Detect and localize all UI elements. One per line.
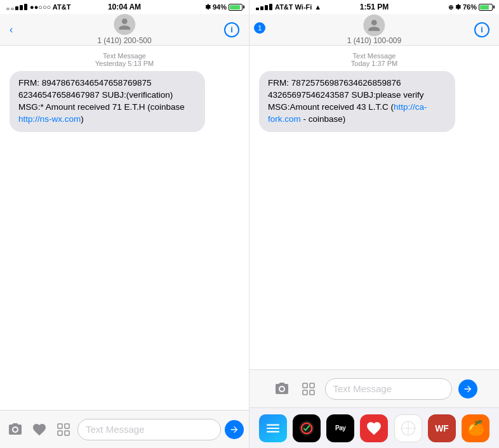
send-icon-1: [229, 425, 239, 435]
appstore-dock-icon[interactable]: [259, 414, 287, 442]
camera-icon-2: [274, 381, 289, 397]
avatar-2: [364, 15, 385, 36]
send-button-1[interactable]: [225, 420, 244, 439]
heart-icon-1: [32, 422, 47, 437]
message-bubble-2: FRM: 78725756987634626859876 43265697546…: [259, 71, 455, 132]
applepay-dock-icon[interactable]: Pay: [326, 414, 354, 442]
camera-icon-1: [8, 422, 23, 437]
bluetooth-icon-1: ✽: [205, 3, 211, 11]
status-bar-right-1: ✽ 94%: [205, 3, 243, 11]
text-input-1[interactable]: Text Message: [77, 419, 221, 440]
message-text-2: FRM: 78725756987634626859876 43265697546…: [268, 78, 427, 124]
location-icon-2: ⊕: [448, 4, 453, 11]
svg-rect-0: [58, 424, 62, 428]
info-icon-2: i: [481, 25, 483, 34]
messages-area-2: Text Message Today 1:37 PM FRM: 78725756…: [250, 46, 499, 369]
status-time-1: 10:04 AM: [108, 3, 141, 11]
status-bar-1: ●●○○○ AT&T 10:04 AM ✽ 94%: [0, 0, 249, 14]
svg-rect-3: [65, 431, 69, 435]
nav-center-2: 1 (410) 100-009: [347, 15, 401, 45]
svg-rect-1: [65, 424, 69, 428]
text-input-2[interactable]: Text Message: [325, 378, 452, 400]
message-bubble-1: FRM: 89478676346547658769875 62346547658…: [10, 71, 205, 132]
battery-icon-2: [479, 4, 493, 11]
wf-dock-icon[interactable]: WF: [428, 414, 456, 442]
message-label-1: Text Message Yesterday 5:13 PM: [95, 52, 154, 67]
info-button-1[interactable]: i: [224, 22, 239, 37]
app-dock-2: Pay WF 🍊: [250, 407, 499, 448]
person-icon-1: [117, 17, 131, 31]
battery-pct-2: 76%: [463, 3, 477, 11]
status-time-2: 1:51 PM: [360, 3, 389, 11]
activity-dock-icon[interactable]: [293, 414, 321, 442]
nav-bar-2: ‹ 1 1 (410) 100-009 i: [250, 14, 499, 46]
text-input-placeholder-2: Text Message: [333, 383, 392, 394]
safari-dock-icon[interactable]: [394, 414, 422, 442]
nav-bar-1: ‹ 1 (410) 200-500 i: [0, 14, 249, 46]
status-bar-2: AT&T Wi-Fi ▲ 1:51 PM ⊕ ✽ 76%: [250, 0, 499, 14]
camera-button-2[interactable]: [272, 379, 292, 399]
contact-number-2: 1 (410) 100-009: [347, 36, 401, 45]
bluetooth-icon-2: ✽: [455, 3, 461, 11]
back-btn-container-2: ‹ 1: [259, 24, 262, 36]
signal-icon-2: [256, 4, 272, 10]
info-button-2[interactable]: i: [474, 22, 489, 37]
back-chevron-icon-1: ‹: [10, 24, 13, 36]
status-bar-left-1: ●●○○○ AT&T: [6, 3, 70, 11]
info-icon-1: i: [230, 25, 233, 34]
message-link-1[interactable]: http://ns-wx.com: [18, 114, 81, 124]
appstore-icon-1: [56, 422, 71, 437]
svg-rect-2: [58, 431, 62, 435]
phone-1: ●●○○○ AT&T 10:04 AM ✽ 94% ‹ 1 (410) 200-…: [0, 0, 250, 448]
svg-rect-7: [310, 390, 314, 395]
carrier-2: AT&T Wi-Fi: [275, 3, 312, 11]
battery-pct-1: 94%: [213, 3, 227, 11]
appstore-icon-2: [301, 381, 316, 397]
appstore-button-2[interactable]: [298, 379, 319, 399]
message-label-2: Text Message Today 1:37 PM: [351, 52, 397, 67]
message-text-1: FRM: 89478676346547658769875 62346547658…: [18, 78, 185, 124]
back-button-1[interactable]: ‹: [10, 24, 13, 36]
fruit-dock-icon[interactable]: 🍊: [462, 414, 489, 442]
svg-rect-6: [303, 390, 307, 395]
bottom-toolbar-2: Text Message: [250, 369, 499, 407]
heartrate-dock-icon[interactable]: [360, 414, 388, 442]
status-bar-left-2: AT&T Wi-Fi ▲: [256, 3, 321, 11]
person-icon-2: [368, 18, 382, 32]
camera-button-1[interactable]: [5, 419, 25, 440]
wifi-icon-2: ▲: [314, 3, 321, 11]
contact-number-1: 1 (410) 200-500: [97, 36, 151, 45]
text-input-placeholder-1: Text Message: [86, 424, 145, 435]
svg-rect-5: [310, 383, 314, 388]
battery-icon-1: [229, 4, 243, 11]
status-bar-right-2: ⊕ ✽ 76%: [448, 3, 493, 11]
svg-rect-4: [303, 383, 307, 388]
badge-count-2: 1: [254, 22, 265, 34]
send-button-2[interactable]: [458, 379, 477, 399]
send-icon-2: [463, 384, 473, 394]
bottom-toolbar-1: Text Message: [0, 410, 249, 448]
messages-area-1: Text Message Yesterday 5:13 PM FRM: 8947…: [0, 46, 249, 410]
signal-icon-1: [6, 4, 27, 10]
heart-button-1[interactable]: [29, 419, 50, 440]
avatar-1: [114, 14, 135, 35]
carrier-1: ●●○○○ AT&T: [30, 3, 70, 11]
phone-2: AT&T Wi-Fi ▲ 1:51 PM ⊕ ✽ 76% ‹ 1: [250, 0, 499, 448]
appstore-button-1[interactable]: [53, 419, 74, 440]
message-link-2[interactable]: http://ca-fork.com: [268, 102, 427, 124]
